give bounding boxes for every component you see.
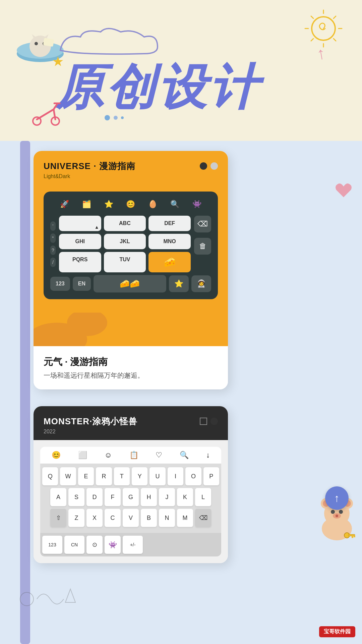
trash-key[interactable]: 🗑 <box>194 238 211 255</box>
key-d[interactable]: D <box>86 488 103 506</box>
key-star[interactable]: ⭐ <box>169 275 189 292</box>
keyboard-left-keys: ' ° ? / <box>50 216 56 272</box>
dot-dark <box>200 162 207 170</box>
monster-icon-heart: ♡ <box>156 451 162 460</box>
key-1[interactable]: ▲ <box>59 216 101 231</box>
key-circle[interactable]: ⊙ <box>86 536 103 554</box>
key-cn[interactable]: CN <box>64 536 84 554</box>
key-f[interactable]: F <box>105 488 121 506</box>
key-plusminus[interactable]: +/- <box>123 536 143 554</box>
key-pqrs[interactable]: PQRS <box>59 252 101 272</box>
keyboard-bottom-row: 123 EN 🧀🧀 ⭐ 🧑‍🚀 <box>50 275 211 292</box>
key-123[interactable]: 123 <box>50 277 70 291</box>
svg-point-33 <box>331 510 335 514</box>
apostrophe-key[interactable]: ' <box>50 221 56 231</box>
key-p[interactable]: P <box>203 467 219 485</box>
svg-line-13 <box>311 16 313 18</box>
key-123-monster[interactable]: 123 <box>42 536 62 554</box>
key-k[interactable]: K <box>177 488 193 506</box>
svg-point-25 <box>114 116 118 120</box>
delete-key[interactable]: ⌫ <box>194 216 211 232</box>
dots-deco <box>104 113 124 124</box>
degree-key[interactable]: ° <box>50 233 56 243</box>
cloud-illustration <box>54 27 154 54</box>
scroll-top-icon: ↑ <box>334 492 340 504</box>
universe-card: UNIVERSE · 漫游指南 Light&Dark 🚀 🗂️ ⭐ 😊 <box>34 151 228 389</box>
svg-point-41 <box>20 592 34 606</box>
key-t[interactable]: T <box>114 467 130 485</box>
key-backspace[interactable]: ⌫ <box>195 509 211 527</box>
kb-icon-smile: 😊 <box>125 198 137 210</box>
svg-point-3 <box>35 42 38 45</box>
slash-key[interactable]: / <box>50 258 56 267</box>
key-en[interactable]: EN <box>73 277 91 291</box>
key-jkl[interactable]: JKL <box>104 234 146 249</box>
key-c[interactable]: C <box>105 509 121 527</box>
kb-icon-alien: 👾 <box>191 198 203 210</box>
key-def[interactable]: DEF <box>148 216 191 231</box>
sun-illustration <box>302 7 342 47</box>
svg-point-26 <box>121 116 124 119</box>
key-u[interactable]: U <box>149 467 165 485</box>
key-astronaut[interactable]: 🧑‍🚀 <box>191 275 211 292</box>
key-g[interactable]: G <box>123 488 139 506</box>
svg-rect-40 <box>354 536 355 537</box>
kb-icon-star: ⭐ <box>103 198 115 210</box>
key-abc[interactable]: ABC <box>104 216 146 231</box>
svg-line-14 <box>334 16 336 18</box>
key-shift[interactable]: ⇧ <box>50 509 66 527</box>
kb-icon-rocket: 🚀 <box>59 198 71 210</box>
key-e[interactable]: E <box>78 467 94 485</box>
monster-kb-bottom: 123 CN ⊙ 👾 +/- <box>40 533 221 556</box>
monster-icon-emoji: 😊 <box>52 451 61 460</box>
svg-rect-38 <box>348 534 355 536</box>
monster-card: MONSTER·涂鸦小怪兽 2022 😊 ⬜ ☺ 📋 ♡ 🔍 <box>34 406 228 563</box>
key-n[interactable]: N <box>159 509 175 527</box>
key-y[interactable]: Y <box>132 467 147 485</box>
key-w[interactable]: W <box>60 467 76 485</box>
key-b[interactable]: B <box>141 509 157 527</box>
orange-blob-area <box>34 313 228 346</box>
monster-card-header: MONSTER·涂鸦小怪兽 2022 <box>34 406 228 440</box>
key-x[interactable]: X <box>86 509 103 527</box>
key-monster[interactable]: 👾 <box>105 536 121 554</box>
universe-card-info: 元气 · 漫游指南 一场和遥远行星相隔万年的邂逅。 <box>34 346 228 389</box>
universe-name: 元气 · 漫游指南 <box>44 356 218 368</box>
monster-icon-search: 🔍 <box>180 451 189 460</box>
svg-line-16 <box>334 39 336 41</box>
key-z[interactable]: Z <box>68 509 84 527</box>
key-r[interactable]: R <box>96 467 112 485</box>
scroll-to-top-button[interactable]: ↑ <box>325 486 349 510</box>
scooter-illustration <box>27 96 67 131</box>
question-key[interactable]: ? <box>50 246 56 255</box>
key-wxyz[interactable]: 🧀 <box>148 252 191 272</box>
universe-card-header: UNIVERSE · 漫游指南 Light&Dark <box>34 151 228 185</box>
kb-icon-search: 🔍 <box>169 198 181 210</box>
key-s[interactable]: S <box>68 488 84 506</box>
key-v[interactable]: V <box>123 509 139 527</box>
key-tuv[interactable]: TUV <box>104 252 146 272</box>
key-o[interactable]: O <box>185 467 201 485</box>
monster-icon-face: ☺ <box>104 451 112 460</box>
key-q[interactable]: Q <box>42 467 58 485</box>
svg-text:原创设计: 原创设计 <box>54 60 265 112</box>
universe-title-block: UNIVERSE · 漫游指南 Light&Dark <box>44 160 135 179</box>
universe-card-title: UNIVERSE · 漫游指南 <box>44 160 135 172</box>
key-ghi[interactable]: GHI <box>59 234 101 249</box>
svg-point-22 <box>33 117 41 125</box>
monster-kb-top: 😊 ⬜ ☺ 📋 ♡ 🔍 ↓ <box>40 447 221 464</box>
monster-keyboard-preview: 😊 ⬜ ☺ 📋 ♡ 🔍 ↓ Q W E R T <box>34 440 228 563</box>
key-m[interactable]: M <box>177 509 193 527</box>
key-mno[interactable]: MNO <box>148 234 191 249</box>
universe-card-dots <box>200 162 218 170</box>
key-i[interactable]: I <box>168 467 183 485</box>
key-h[interactable]: H <box>141 488 157 506</box>
key-a[interactable]: A <box>50 488 66 506</box>
key-j[interactable]: J <box>159 488 175 506</box>
keyboard-frame: 🚀 🗂️ ⭐ 😊 🥚 🔍 👾 ' ° ? <box>44 192 218 299</box>
dot-outline <box>200 418 207 425</box>
kb-row-1: Q W E R T Y U I O P <box>42 467 219 485</box>
key-l[interactable]: L <box>195 488 211 506</box>
bottom-doodles <box>17 582 84 617</box>
page-title: 原创设计 <box>52 52 280 114</box>
